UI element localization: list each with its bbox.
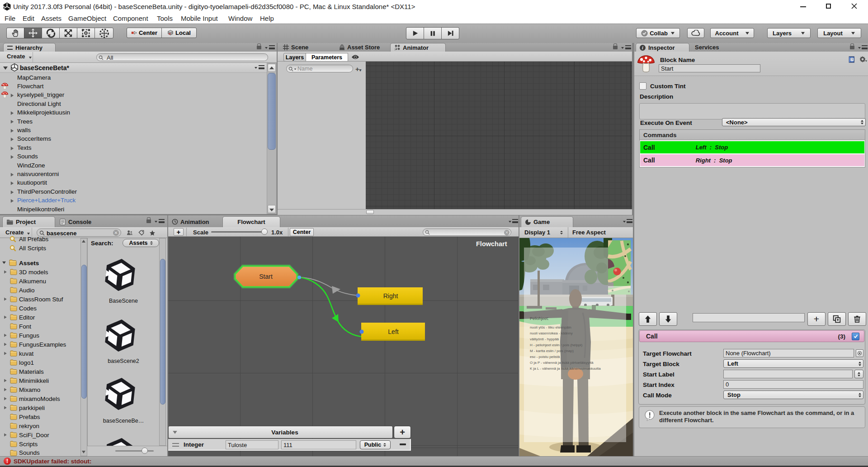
svg-text:Peliohjeet:: Peliohjeet: [530,316,549,321]
svg-text:esc - poistu pelistä: esc - poistu pelistä [530,355,560,359]
svg-text:H - peliohjeet esiin / pois (h: H - peliohjeet esiin / pois (helppi) [530,343,582,347]
svg-text:K ja L - vähennä ja lisää ääne: K ja L - vähennä ja lisää äänenvoimakkuu… [530,367,601,371]
svg-text:Right: Right [383,292,398,300]
svg-text:välilyönti - hyppää: välilyönti - hyppää [530,337,559,341]
svg-text:nuoli ylös - liiku eteenpäin: nuoli ylös - liiku eteenpäin [530,325,571,329]
svg-text:O ja P - vähennä ja lisää piir: O ja P - vähennä ja lisää piirtoetäisyyt… [530,361,594,365]
svg-text:M - kartta esiin / pois (map): M - kartta esiin / pois (map) [530,349,574,353]
svg-text:nuoli vasen/oikea - käänny: nuoli vasen/oikea - käänny [530,331,573,335]
svg-text:Left: Left [388,328,398,335]
svg-text:Start: Start [259,273,273,280]
svg-text:?: ? [851,58,853,61]
